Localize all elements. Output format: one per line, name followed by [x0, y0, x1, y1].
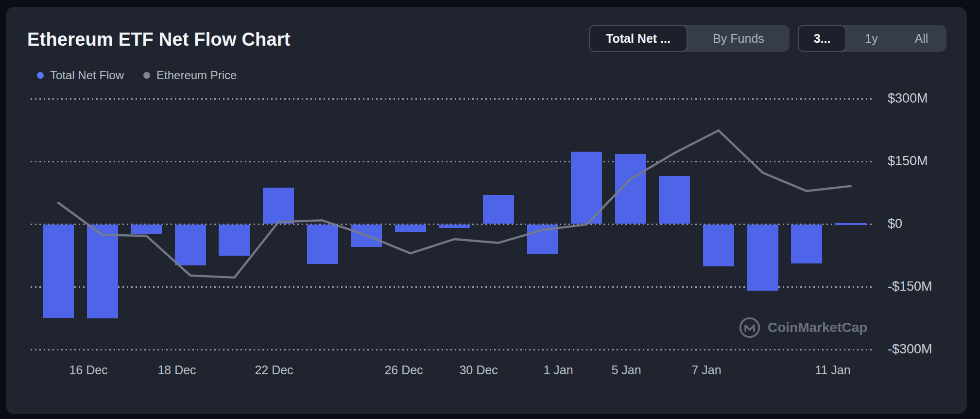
net-flow-bar[interactable] [483, 195, 514, 224]
net-flow-bar[interactable] [439, 225, 470, 228]
y-axis-label: $0 [888, 216, 902, 231]
x-axis-label: 22 Dec [255, 363, 293, 377]
net-flow-bar[interactable] [659, 176, 690, 224]
y-axis-label: $300M [888, 91, 928, 106]
x-axis-label: 5 Jan [611, 363, 641, 377]
net-flow-bar[interactable] [747, 225, 778, 291]
x-axis-label: 16 Dec [69, 363, 107, 377]
x-axis-label: 11 Jan [815, 363, 850, 377]
net-flow-bar[interactable] [307, 225, 338, 264]
y-axis-label: -$150M [888, 279, 932, 294]
net-flow-bar[interactable] [131, 225, 162, 234]
net-flow-bar[interactable] [43, 225, 74, 318]
x-axis-label: 26 Dec [384, 363, 423, 377]
gridline [31, 161, 873, 162]
gridline [31, 98, 873, 100]
y-axis-label: -$300M [888, 342, 932, 357]
net-flow-bar[interactable] [615, 154, 646, 224]
coinmarketcap-logo-icon [739, 316, 761, 339]
net-flow-bar[interactable] [175, 225, 206, 265]
x-axis-label: 1 Jan [543, 363, 573, 377]
page: Ethereum ETF Net Flow Chart Total Net Fl… [0, 0, 980, 419]
x-axis-label: 18 Dec [157, 363, 196, 377]
net-flow-bar[interactable] [527, 225, 558, 254]
x-axis-label: 7 Jan [691, 363, 721, 377]
net-flow-bar[interactable] [571, 152, 602, 224]
net-flow-bar[interactable] [219, 225, 250, 256]
net-flow-bar[interactable] [263, 188, 294, 224]
chart-plot-area[interactable]: $300M$150M$0-$150M-$300M16 Dec18 Dec22 D… [0, 0, 980, 419]
net-flow-bar[interactable] [395, 225, 426, 232]
net-flow-bar[interactable] [835, 223, 866, 225]
x-axis-label: 30 Dec [459, 363, 498, 377]
net-flow-bar[interactable] [87, 225, 118, 318]
net-flow-bar[interactable] [703, 225, 734, 266]
coinmarketcap-watermark-text: CoinMarketCap [768, 320, 867, 335]
coinmarketcap-watermark: CoinMarketCap [739, 316, 867, 339]
y-axis-label: $150M [888, 154, 928, 169]
gridline [31, 349, 873, 350]
net-flow-bar[interactable] [351, 225, 382, 247]
net-flow-bar[interactable] [791, 225, 822, 263]
